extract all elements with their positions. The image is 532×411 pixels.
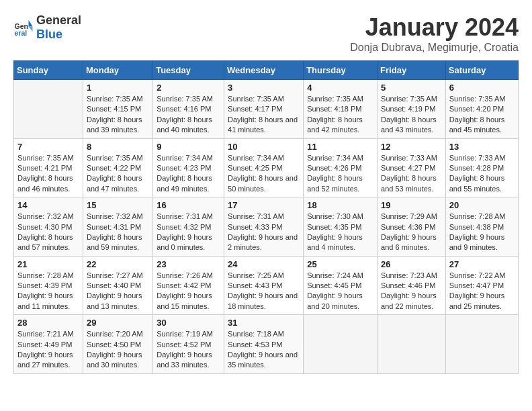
sunrise-time: Sunrise: 7:35 AM (87, 95, 143, 103)
daylight-hours: Daylight: 8 hours and 59 minutes. (87, 233, 142, 251)
week-row-3: 14 Sunrise: 7:32 AM Sunset: 4:30 PM Dayl… (14, 197, 519, 257)
sunrise-time: Sunrise: 7:35 AM (449, 95, 506, 103)
sunrise-time: Sunrise: 7:25 AM (228, 271, 284, 279)
calendar-cell: 5 Sunrise: 7:35 AM Sunset: 4:19 PM Dayli… (378, 80, 446, 139)
sunset-time: Sunset: 4:38 PM (449, 223, 504, 231)
sunset-time: Sunset: 4:35 PM (307, 223, 361, 231)
day-number: 16 (157, 200, 220, 210)
weekday-header-monday: Monday (83, 61, 152, 80)
sunset-time: Sunset: 4:20 PM (449, 105, 504, 113)
calendar-cell (378, 315, 446, 374)
calendar-cell: 2 Sunrise: 7:35 AM Sunset: 4:16 PM Dayli… (153, 80, 224, 139)
day-info: Sunrise: 7:21 AM Sunset: 4:49 PM Dayligh… (17, 329, 79, 371)
day-info: Sunrise: 7:18 AM Sunset: 4:53 PM Dayligh… (228, 329, 300, 371)
day-info: Sunrise: 7:22 AM Sunset: 4:47 PM Dayligh… (449, 271, 515, 312)
sunset-time: Sunset: 4:23 PM (157, 164, 211, 172)
weekday-header-saturday: Saturday (445, 61, 518, 80)
day-info: Sunrise: 7:25 AM Sunset: 4:43 PM Dayligh… (228, 271, 300, 312)
day-number: 17 (228, 200, 300, 210)
calendar-cell: 11 Sunrise: 7:34 AM Sunset: 4:26 PM Dayl… (304, 138, 378, 197)
sunset-time: Sunset: 4:15 PM (87, 105, 141, 113)
svg-marker-3 (29, 27, 33, 32)
daylight-hours: Daylight: 9 hours and 13 minutes. (87, 291, 142, 310)
daylight-hours: Daylight: 9 hours and 30 minutes. (87, 351, 142, 369)
weekday-header-tuesday: Tuesday (153, 61, 224, 80)
calendar-cell (14, 80, 83, 139)
calendar-cell: 3 Sunrise: 7:35 AM Sunset: 4:17 PM Dayli… (224, 80, 304, 139)
daylight-hours: Daylight: 8 hours and 55 minutes. (449, 174, 505, 192)
daylight-hours: Daylight: 8 hours and 52 minutes. (307, 174, 363, 192)
day-number: 23 (157, 259, 220, 269)
daylight-hours: Daylight: 9 hours and 6 minutes. (381, 233, 437, 251)
sunrise-time: Sunrise: 7:33 AM (381, 154, 437, 162)
subtitle: Donja Dubrava, Megimurje, Croatia (350, 42, 519, 54)
calendar-cell: 13 Sunrise: 7:33 AM Sunset: 4:28 PM Dayl… (445, 138, 518, 197)
sunrise-time: Sunrise: 7:31 AM (157, 212, 213, 220)
logo-icon: Gen eral (13, 17, 34, 38)
day-info: Sunrise: 7:34 AM Sunset: 4:23 PM Dayligh… (157, 153, 220, 195)
sunset-time: Sunset: 4:49 PM (17, 340, 72, 349)
weekday-header-sunday: Sunday (14, 61, 83, 80)
calendar-cell: 24 Sunrise: 7:25 AM Sunset: 4:43 PM Dayl… (224, 256, 304, 315)
day-info: Sunrise: 7:30 AM Sunset: 4:35 PM Dayligh… (307, 212, 373, 253)
svg-marker-2 (29, 20, 33, 27)
daylight-hours: Daylight: 8 hours and 45 minutes. (449, 116, 505, 134)
calendar-cell: 31 Sunrise: 7:18 AM Sunset: 4:53 PM Dayl… (224, 315, 304, 374)
sunset-time: Sunset: 4:16 PM (157, 105, 211, 113)
sunrise-time: Sunrise: 7:18 AM (228, 330, 284, 338)
svg-text:eral: eral (15, 29, 28, 37)
sunrise-time: Sunrise: 7:23 AM (381, 271, 437, 279)
sunset-time: Sunset: 4:21 PM (17, 164, 72, 172)
sunset-time: Sunset: 4:40 PM (87, 281, 141, 289)
day-number: 29 (87, 318, 149, 328)
sunrise-time: Sunrise: 7:26 AM (157, 271, 213, 279)
calendar-cell: 18 Sunrise: 7:30 AM Sunset: 4:35 PM Dayl… (304, 197, 378, 257)
week-row-4: 21 Sunrise: 7:28 AM Sunset: 4:39 PM Dayl… (14, 256, 519, 315)
sunset-time: Sunset: 4:45 PM (307, 281, 361, 289)
daylight-hours: Daylight: 9 hours and 0 minutes. (157, 233, 212, 251)
calendar-cell: 27 Sunrise: 7:22 AM Sunset: 4:47 PM Dayl… (445, 256, 518, 315)
day-number: 3 (228, 83, 300, 93)
sunrise-time: Sunrise: 7:35 AM (87, 154, 143, 162)
calendar-cell: 28 Sunrise: 7:21 AM Sunset: 4:49 PM Dayl… (14, 315, 83, 374)
day-number: 10 (228, 142, 300, 152)
calendar-cell: 25 Sunrise: 7:24 AM Sunset: 4:45 PM Dayl… (304, 256, 378, 315)
daylight-hours: Daylight: 8 hours and 41 minutes. (228, 116, 298, 134)
day-info: Sunrise: 7:23 AM Sunset: 4:46 PM Dayligh… (381, 271, 442, 312)
daylight-hours: Daylight: 8 hours and 46 minutes. (17, 174, 73, 192)
day-number: 26 (381, 259, 442, 269)
day-number: 27 (449, 259, 515, 269)
sunset-time: Sunset: 4:19 PM (381, 105, 435, 113)
week-row-2: 7 Sunrise: 7:35 AM Sunset: 4:21 PM Dayli… (14, 138, 519, 197)
day-info: Sunrise: 7:31 AM Sunset: 4:33 PM Dayligh… (228, 212, 300, 253)
daylight-hours: Daylight: 8 hours and 39 minutes. (87, 116, 142, 134)
daylight-hours: Daylight: 9 hours and 2 minutes. (228, 233, 298, 251)
daylight-hours: Daylight: 9 hours and 9 minutes. (449, 233, 505, 251)
daylight-hours: Daylight: 9 hours and 11 minutes. (17, 291, 73, 310)
day-info: Sunrise: 7:26 AM Sunset: 4:42 PM Dayligh… (157, 271, 220, 312)
calendar-cell: 30 Sunrise: 7:19 AM Sunset: 4:52 PM Dayl… (153, 315, 224, 374)
sunset-time: Sunset: 4:31 PM (87, 223, 141, 231)
sunset-time: Sunset: 4:22 PM (87, 164, 141, 172)
day-info: Sunrise: 7:31 AM Sunset: 4:32 PM Dayligh… (157, 212, 220, 253)
sunrise-time: Sunrise: 7:19 AM (157, 330, 213, 338)
daylight-hours: Daylight: 9 hours and 15 minutes. (157, 291, 212, 310)
sunset-time: Sunset: 4:25 PM (228, 164, 282, 172)
sunrise-time: Sunrise: 7:28 AM (449, 212, 506, 220)
sunset-time: Sunset: 4:53 PM (228, 340, 282, 349)
sunset-time: Sunset: 4:18 PM (307, 105, 361, 113)
day-number: 5 (381, 83, 442, 93)
sunrise-time: Sunrise: 7:35 AM (17, 154, 74, 162)
sunrise-time: Sunrise: 7:20 AM (87, 330, 143, 338)
sunrise-time: Sunrise: 7:33 AM (449, 154, 506, 162)
day-info: Sunrise: 7:35 AM Sunset: 4:15 PM Dayligh… (87, 94, 149, 136)
sunset-time: Sunset: 4:39 PM (17, 281, 72, 289)
day-number: 4 (307, 83, 373, 93)
calendar-cell: 6 Sunrise: 7:35 AM Sunset: 4:20 PM Dayli… (445, 80, 518, 139)
sunrise-time: Sunrise: 7:32 AM (87, 212, 143, 220)
calendar-cell (445, 315, 518, 374)
calendar-cell (304, 315, 378, 374)
day-info: Sunrise: 7:34 AM Sunset: 4:25 PM Dayligh… (228, 153, 300, 195)
calendar-cell: 9 Sunrise: 7:34 AM Sunset: 4:23 PM Dayli… (153, 138, 224, 197)
sunrise-time: Sunrise: 7:30 AM (307, 212, 363, 220)
